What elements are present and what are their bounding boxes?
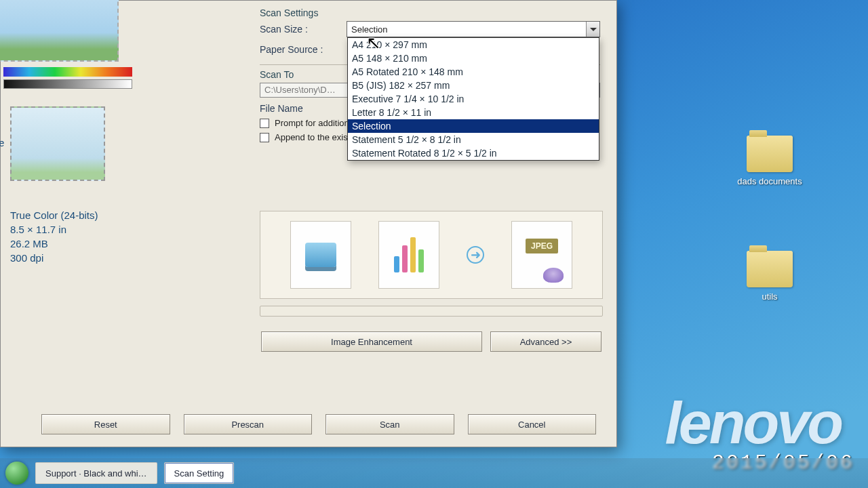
image-enhancement-button[interactable]: Image Enhancement bbox=[261, 331, 482, 352]
scan-size-option[interactable]: A5 Rotated 210 × 148 mm bbox=[348, 65, 599, 79]
advanced-button[interactable]: Advanced >> bbox=[490, 331, 601, 352]
checkbox-icon bbox=[260, 133, 269, 142]
scan-size-option[interactable]: A4 210 × 297 mm bbox=[348, 38, 599, 52]
folder-icon bbox=[747, 251, 793, 287]
settings-column: Scan Settings Scan Size : Selection A4 2… bbox=[253, 1, 610, 340]
desktop-icon-label: dads documents bbox=[732, 176, 807, 186]
cursor-arrow-icon: ↖ bbox=[366, 33, 381, 54]
pipeline-process[interactable] bbox=[378, 221, 439, 289]
scan-settings-dialog: age True Color (24-bits) 8.5 × 11.7 in 2… bbox=[0, 0, 617, 447]
bars-icon bbox=[394, 237, 424, 272]
checkbox-icon bbox=[260, 119, 269, 128]
scan-size-label: Scan Size : bbox=[260, 24, 347, 35]
scan-size-option[interactable]: Statement 5 1/2 × 8 1/2 in bbox=[348, 133, 599, 146]
disk-icon bbox=[543, 268, 564, 283]
desktop-folder-dads-documents[interactable]: dads documents bbox=[732, 136, 807, 186]
preview-thumbnail[interactable] bbox=[0, 0, 119, 62]
image-info-filesize: 26.2 MB bbox=[10, 237, 242, 251]
image-info-dpi: 300 dpi bbox=[10, 251, 242, 265]
image-info-block: True Color (24-bits) 8.5 × 11.7 in 26.2 … bbox=[10, 208, 242, 265]
paper-source-label: Paper Source : bbox=[260, 44, 347, 55]
pipeline-source[interactable] bbox=[290, 221, 351, 289]
reset-button[interactable]: Reset bbox=[41, 414, 170, 434]
folder-icon bbox=[747, 136, 793, 172]
scan-size-option[interactable]: Statement Rotated 8 1/2 × 5 1/2 in bbox=[348, 146, 599, 160]
taskbar: Support · Black and whi… Scan Setting bbox=[0, 458, 868, 488]
scan-size-option[interactable]: B5 (JIS) 182 × 257 mm bbox=[348, 79, 599, 92]
arrow-right-icon: ➜ bbox=[467, 246, 484, 264]
taskbar-item-browser[interactable]: Support · Black and whi… bbox=[35, 462, 157, 484]
scan-size-dropdown[interactable]: Selection A4 210 × 297 mmA5 148 × 210 mm… bbox=[347, 21, 600, 37]
pipeline-progress-bar bbox=[260, 306, 603, 317]
prescan-button[interactable]: Prescan bbox=[184, 414, 313, 434]
scan-button[interactable]: Scan bbox=[326, 414, 454, 434]
preview-label-fragment: age bbox=[0, 138, 4, 148]
scan-size-option[interactable]: A5 148 × 210 mm bbox=[348, 52, 599, 65]
preview-column: age True Color (24-bits) 8.5 × 11.7 in 2… bbox=[1, 1, 252, 340]
scan-size-dropdown-list[interactable]: A4 210 × 297 mmA5 148 × 210 mmA5 Rotated… bbox=[347, 37, 599, 161]
start-button[interactable] bbox=[5, 462, 28, 485]
jpeg-badge: JPEG bbox=[526, 239, 558, 253]
scan-size-option[interactable]: Letter 8 1/2 × 11 in bbox=[348, 106, 599, 119]
scan-size-option[interactable]: Selection bbox=[348, 119, 599, 133]
taskbar-item-scan-setting[interactable]: Scan Setting bbox=[164, 462, 235, 484]
cancel-button[interactable]: Cancel bbox=[468, 414, 597, 434]
scan-settings-caption: Scan Settings bbox=[260, 7, 600, 18]
lenovo-wallpaper-mark: lenovo bbox=[665, 388, 841, 458]
desktop-icon-label: utils bbox=[732, 291, 807, 302]
image-info-size: 8.5 × 11.7 in bbox=[10, 222, 242, 237]
grayscale-bar[interactable] bbox=[3, 79, 132, 89]
desktop-folder-utils[interactable]: utils bbox=[732, 251, 807, 302]
file-name-label: File Name bbox=[260, 103, 347, 114]
pipeline-output[interactable]: JPEG bbox=[511, 221, 572, 289]
preview-thumbnail-small[interactable]: age bbox=[10, 106, 105, 181]
image-info-colordepth: True Color (24-bits) bbox=[10, 208, 242, 222]
scanner-icon bbox=[305, 243, 336, 267]
scan-size-option[interactable]: Executive 7 1/4 × 10 1/2 in bbox=[348, 92, 599, 106]
color-spectrum-bar[interactable] bbox=[3, 67, 132, 77]
chevron-down-icon bbox=[586, 22, 599, 37]
scan-pipeline-panel: ➜ JPEG bbox=[260, 211, 603, 299]
